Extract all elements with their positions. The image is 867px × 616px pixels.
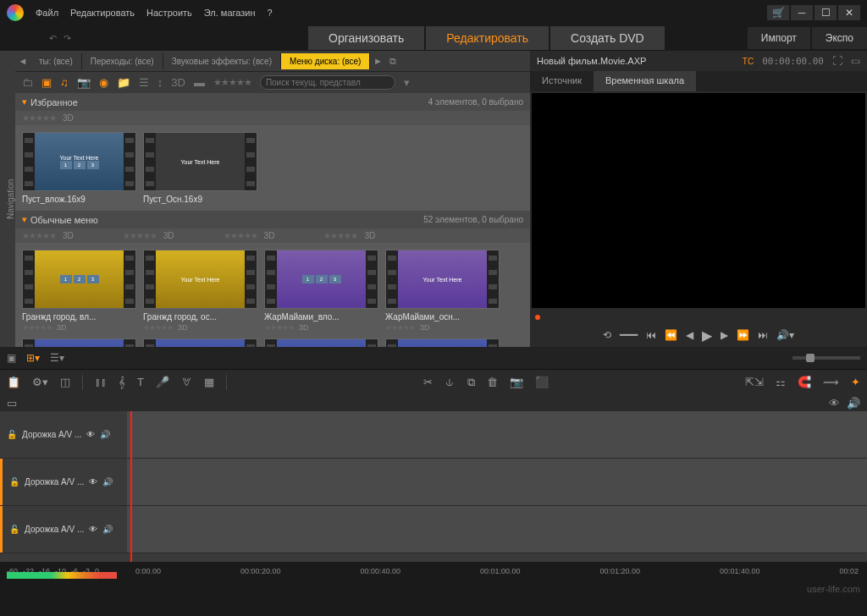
thumb-item[interactable]: Your Text Here ЖарМайами_осн... ★★★★★3D — [385, 250, 500, 332]
photo-icon[interactable]: 📷 — [77, 76, 91, 89]
speaker-icon[interactable]: 🔊 — [847, 397, 860, 410]
menu-file[interactable]: Файл — [36, 8, 58, 18]
prev-frame-icon[interactable]: ⏪ — [665, 329, 677, 341]
bin-icon[interactable]: 🗀 — [22, 76, 33, 89]
razor-icon[interactable]: ✂ — [423, 376, 433, 388]
undo-icon[interactable]: ↶ — [49, 33, 57, 44]
tab-edit[interactable]: Редактировать — [426, 26, 549, 50]
menu-store[interactable]: Эл. магазин — [204, 8, 256, 18]
split-icon[interactable]: ⫝ — [445, 376, 456, 388]
stack-icon[interactable]: ▣ — [7, 352, 16, 364]
tab-detach-icon[interactable]: ⧉ — [385, 56, 400, 67]
menu-edit[interactable]: Редактировать — [70, 8, 135, 18]
magnet-icon[interactable]: 🧲 — [798, 376, 811, 388]
thumb-item[interactable] — [385, 338, 500, 347]
thumb-item[interactable]: Your Text Here — [143, 338, 257, 347]
loop-icon[interactable]: ⟲ — [603, 329, 611, 341]
thumb-item[interactable]: Your Text Here Гранжд город, ос... ★★★★★… — [143, 250, 257, 332]
eye-icon[interactable]: 👁 — [89, 477, 97, 487]
libtab-effects[interactable]: ты: (все) — [30, 53, 82, 69]
libtab-transitions[interactable]: Переходы: (все) — [82, 53, 163, 69]
marker2-icon[interactable]: ⬛ — [535, 376, 549, 388]
tool-icon[interactable]: ◫ — [60, 376, 70, 388]
sort-icon[interactable]: ↕ — [157, 76, 163, 89]
next-frame-icon[interactable]: ⏩ — [737, 329, 749, 341]
libtab-sound[interactable]: Звуковые эффекты: (все) — [163, 53, 281, 69]
thumb-item[interactable]: 123 ЖарМайами_вло... ★★★★★3D — [264, 250, 378, 332]
delete-icon[interactable]: 🗑 — [487, 376, 498, 388]
voiceover-icon[interactable]: 🎤 — [156, 376, 169, 388]
snapshot-icon[interactable]: 📷 — [510, 376, 523, 388]
menu-setup[interactable]: Настроить — [146, 8, 192, 18]
gear-icon[interactable]: ⚙▾ — [32, 376, 48, 388]
speaker-icon[interactable]: 🔊 — [102, 477, 113, 487]
collapse-tracks-icon[interactable]: ▭ — [7, 397, 17, 410]
lock-icon[interactable]: 🔓 — [7, 430, 17, 439]
volume-icon[interactable]: 🔊▾ — [776, 329, 794, 341]
scrubber[interactable] — [532, 311, 865, 322]
lock-icon[interactable]: 🔓 — [9, 525, 19, 534]
jog-icon[interactable]: ━━━ — [620, 329, 638, 341]
import-button[interactable]: Импорт — [748, 27, 810, 49]
folder-icon[interactable]: 📁 — [117, 76, 130, 89]
thumb-item[interactable]: Your Text Here123 Пуст_влож.16x9 — [22, 132, 136, 204]
step-fwd-icon[interactable]: ▶ — [721, 329, 728, 341]
tag-icon[interactable]: ▬ — [194, 76, 205, 89]
auto-icon[interactable]: ✦ — [851, 376, 860, 388]
thumb-item[interactable] — [264, 338, 378, 347]
prevtab-source[interactable]: Источник — [530, 71, 594, 91]
redo-icon[interactable]: ↷ — [64, 33, 71, 44]
search-clear-icon[interactable]: ▾ — [404, 76, 410, 89]
tab-organize[interactable]: Организовать — [308, 26, 424, 50]
rating-filter[interactable]: ★★★★★ — [213, 77, 251, 88]
ripple-icon[interactable]: ⟿ — [823, 376, 839, 388]
search-input[interactable] — [260, 75, 395, 90]
list-icon[interactable]: ☰ — [139, 76, 149, 89]
tab-scroll-right-icon[interactable]: ► — [370, 56, 385, 66]
eye-icon[interactable]: 👁 — [829, 397, 840, 410]
grid-view-icon[interactable]: ⊞▾ — [26, 352, 40, 364]
maximize-button[interactable]: ☐ — [815, 5, 837, 20]
tab-dvd[interactable]: Создать DVD — [550, 26, 665, 50]
eye-icon[interactable]: 👁 — [89, 525, 97, 534]
eye-icon[interactable]: 👁 — [86, 430, 95, 439]
playhead[interactable] — [130, 411, 132, 562]
step-back-icon[interactable]: ◀ — [686, 329, 693, 341]
tab-scroll-left-icon[interactable]: ◄ — [15, 56, 30, 66]
play-icon[interactable]: ▶ — [702, 327, 712, 344]
screen-icon[interactable]: ▭ — [851, 55, 860, 67]
section-normal[interactable]: ▾ Обычные меню 52 элементов, 0 выбрано — [15, 211, 530, 228]
goto-start-icon[interactable]: ⏮ — [646, 329, 656, 341]
fullscreen-icon[interactable]: ⛶ — [832, 55, 842, 67]
speaker-icon[interactable]: 🔊 — [100, 430, 110, 439]
clipboard-icon[interactable]: 📋 — [7, 376, 20, 388]
thumb-item[interactable]: 123 — [22, 338, 136, 347]
disc-icon[interactable]: ◉ — [99, 76, 108, 89]
3d-icon[interactable]: 3D — [171, 76, 185, 89]
link-icon[interactable]: ⚏ — [776, 376, 786, 388]
cart-icon[interactable]: 🛒 — [767, 5, 789, 20]
help-icon[interactable]: ? — [268, 8, 273, 18]
close-button[interactable]: ✕ — [838, 5, 860, 20]
chapter-icon[interactable]: ▦ — [204, 376, 214, 388]
speaker-icon[interactable]: 🔊 — [102, 525, 113, 534]
goto-end-icon[interactable]: ⏭ — [758, 329, 768, 341]
treble-icon[interactable]: 𝄞 — [119, 376, 125, 389]
trim-icon[interactable]: ⧉ — [467, 376, 475, 389]
title-icon[interactable]: T — [137, 376, 144, 388]
music-icon[interactable]: ♫ — [60, 76, 69, 89]
timeline-ruler[interactable]: -60-22-16 -10-6-30 0:00.0000:00:20.0000:… — [0, 562, 867, 580]
thumb-item[interactable]: 123 Гранжд город, вл... ★★★★★3D — [22, 250, 136, 332]
section-favorites[interactable]: ▾ Избранное 4 элементов, 0 выбрано — [15, 93, 530, 111]
marker-icon[interactable]: ⩔ — [181, 376, 192, 388]
libtab-discmenu[interactable]: Меню диска: (все) — [281, 53, 370, 69]
export-button[interactable]: Экспо — [812, 27, 867, 49]
media-icon[interactable]: ▣ — [41, 76, 52, 89]
navigation-sidebar[interactable]: Navigation — [0, 51, 15, 347]
lock-icon[interactable]: 🔓 — [9, 477, 19, 487]
fit-icon[interactable]: ⇱⇲ — [745, 376, 764, 388]
prevtab-timeline[interactable]: Временная шкала — [594, 71, 696, 91]
zoom-slider[interactable] — [792, 356, 860, 360]
thumb-item[interactable]: Your Text Here Пуст_Осн.16x9 — [143, 132, 257, 204]
minimize-button[interactable]: ─ — [791, 5, 813, 20]
